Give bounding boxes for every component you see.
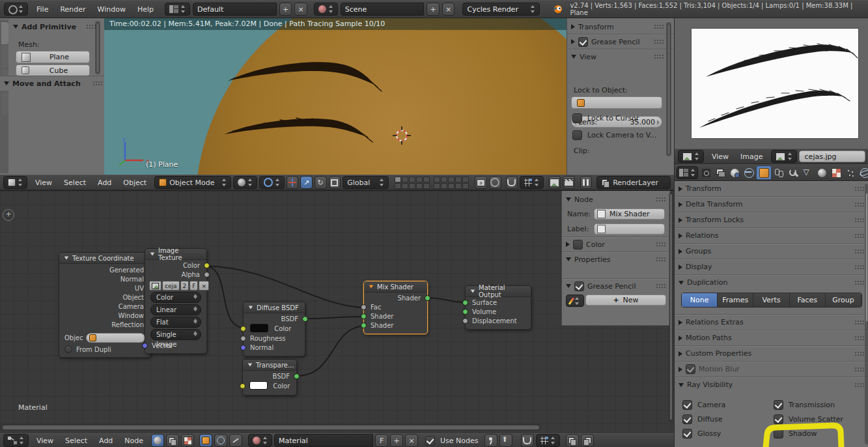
- menu-item[interactable]: Node: [119, 437, 149, 445]
- panel-header-move-attach[interactable]: Move and Attach: [0, 76, 107, 91]
- panel-header[interactable]: Display: [675, 259, 868, 275]
- layers-widget-a[interactable]: [395, 177, 430, 189]
- panel-header-duplication[interactable]: Duplication: [675, 275, 868, 290]
- drag-dots-icon[interactable]: [854, 320, 865, 325]
- diffuse-color-swatch[interactable]: [250, 324, 268, 332]
- lock-camera-row[interactable]: Lock Camera to V...: [572, 130, 656, 140]
- from-dupli-row[interactable]: From Dupli: [59, 343, 150, 357]
- node-dropdown[interactable]: Flat: [150, 317, 201, 328]
- duplication-mode-button[interactable]: None: [682, 293, 718, 307]
- node-mix-shader[interactable]: Mix Shader Shader Fac Sh: [363, 281, 428, 334]
- ray-visibility-option[interactable]: Camera: [682, 397, 774, 412]
- paste-nodes-button[interactable]: [581, 434, 594, 447]
- output-socket[interactable]: [425, 295, 430, 301]
- material-name-field[interactable]: Material: [274, 434, 373, 447]
- node-image-texture[interactable]: Image Texture Color Alpha: [145, 248, 207, 354]
- gp-datablock-button[interactable]: [566, 295, 584, 307]
- drag-dots-icon[interactable]: [654, 39, 664, 44]
- drag-dots-icon[interactable]: [854, 336, 865, 341]
- panel-header-add-primitive[interactable]: Add Primitive: [9, 20, 100, 34]
- tab-constraints[interactable]: [772, 166, 786, 179]
- drag-dots-icon[interactable]: [654, 24, 664, 29]
- drag-dots-icon[interactable]: [854, 218, 865, 223]
- image-datablock-icon-button[interactable]: [771, 150, 797, 163]
- panel-header-color[interactable]: Color: [562, 237, 670, 252]
- shader-type-texture-button[interactable]: [181, 434, 194, 447]
- input-socket[interactable]: [240, 345, 246, 351]
- node-material-output[interactable]: Material Output Surface Volume: [465, 285, 531, 330]
- editor-type-button[interactable]: [4, 3, 28, 16]
- image-canvas[interactable]: [692, 29, 858, 138]
- shader-context-linestyle-button[interactable]: [229, 434, 242, 447]
- copy-nodes-button[interactable]: [566, 434, 579, 447]
- output-socket[interactable]: [294, 373, 300, 379]
- node-collapse-icon[interactable]: [150, 253, 154, 256]
- shader-type-material-button[interactable]: [151, 434, 164, 447]
- lock-to-scene-button[interactable]: [475, 176, 487, 189]
- menu-item[interactable]: Add: [93, 437, 119, 445]
- scene-close-button[interactable]: ×: [442, 3, 455, 16]
- input-socket[interactable]: [462, 318, 468, 324]
- toolshelf-tab[interactable]: [1, 22, 8, 44]
- color-checkbox[interactable]: [573, 240, 583, 250]
- input-socket[interactable]: [240, 326, 246, 332]
- menu-item[interactable]: Image: [735, 152, 768, 161]
- image-name-field[interactable]: cejas.jpg: [799, 151, 865, 162]
- node-texture-coordinate[interactable]: Texture Coordinate Generated Normal: [59, 252, 151, 358]
- input-socket[interactable]: [462, 300, 468, 306]
- screen-layout-field[interactable]: Default: [193, 3, 277, 16]
- grease-pencil-checkbox[interactable]: [578, 37, 588, 47]
- node-collapse-icon[interactable]: [64, 257, 68, 260]
- tab-world[interactable]: [742, 166, 756, 179]
- panel-header-transform[interactable]: Transform: [567, 20, 675, 34]
- panel-header-node[interactable]: Node: [562, 192, 670, 207]
- output-socket[interactable]: [204, 272, 210, 278]
- material-add-button[interactable]: +: [390, 434, 403, 447]
- material-close-button[interactable]: ×: [405, 434, 418, 447]
- ray-visibility-option[interactable]: Shadow: [774, 426, 865, 440]
- layers-widget-b[interactable]: [434, 177, 469, 189]
- ray-visibility-checkbox[interactable]: [682, 400, 692, 410]
- fake-user-button[interactable]: F: [189, 281, 198, 291]
- output-socket[interactable]: [204, 263, 210, 268]
- input-socket[interactable]: [361, 304, 367, 310]
- manipulator-translate-button[interactable]: ↗: [300, 176, 313, 189]
- menu-item[interactable]: Window: [92, 5, 132, 14]
- node-transparent-bsdf[interactable]: Transpare... BSDF Color: [242, 359, 297, 396]
- menu-item[interactable]: Select: [58, 179, 92, 187]
- editor-type-button[interactable]: [3, 434, 29, 447]
- transparent-color-swatch[interactable]: [249, 381, 268, 390]
- menu-item[interactable]: View: [31, 437, 59, 445]
- panel-header-properties[interactable]: Properties: [562, 252, 670, 267]
- image-icon-button[interactable]: [149, 281, 161, 291]
- node-dropdown[interactable]: Color: [150, 292, 201, 303]
- menu-item[interactable]: View: [706, 152, 735, 161]
- node-diffuse-bsdf[interactable]: Diffuse BSDF BSDF Color Roughness Normal: [243, 302, 305, 356]
- tab-particles[interactable]: [843, 166, 858, 179]
- drag-dots-icon[interactable]: [854, 265, 865, 270]
- panel-header[interactable]: Relations: [675, 228, 868, 244]
- npanel-scrollbar[interactable]: [666, 22, 671, 156]
- ray-visibility-option[interactable]: Diffuse: [682, 412, 774, 426]
- menu-item[interactable]: File: [31, 5, 54, 14]
- tab-render-layers[interactable]: [713, 166, 727, 179]
- node-canvas[interactable]: Texture Coordinate Generated Normal: [0, 191, 674, 433]
- panel-header[interactable]: Transform Locks: [675, 212, 868, 228]
- panel-header[interactable]: Custom Properties: [675, 346, 868, 362]
- pin-button[interactable]: [484, 434, 497, 447]
- pause-render-button[interactable]: [580, 176, 593, 189]
- node-collapse-icon[interactable]: [249, 306, 253, 310]
- input-socket[interactable]: [240, 336, 246, 341]
- panel-header-grease-pencil[interactable]: Grease Pencil: [562, 279, 670, 293]
- tab-modifiers[interactable]: [786, 166, 800, 179]
- grease-pencil-checkbox[interactable]: [574, 281, 584, 291]
- use-nodes-row[interactable]: Use Nodes: [425, 436, 479, 446]
- shader-context-world-button[interactable]: [214, 434, 227, 447]
- lock-object-field[interactable]: [571, 96, 662, 109]
- menu-item[interactable]: Add: [92, 179, 117, 187]
- duplication-mode-button[interactable]: Verts: [753, 293, 789, 307]
- toolshelf-tab[interactable]: [1, 46, 8, 68]
- node-vscrollbar[interactable]: [669, 192, 673, 422]
- output-socket[interactable]: [302, 316, 308, 322]
- tab-physics[interactable]: [858, 166, 868, 179]
